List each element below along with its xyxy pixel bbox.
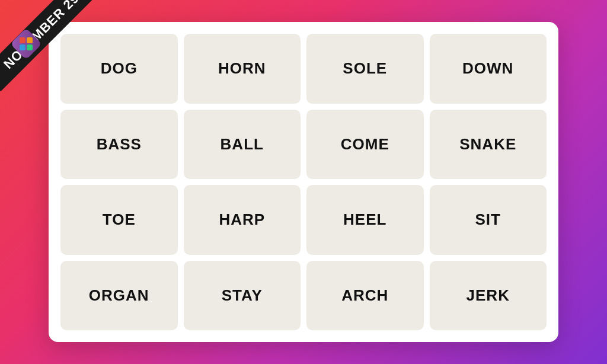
grid-row-4: ORGAN STAY ARCH JERK bbox=[60, 261, 547, 331]
tile-snake[interactable]: SNAKE bbox=[430, 110, 547, 180]
app-icon-cell-4 bbox=[27, 44, 33, 50]
tile-sit[interactable]: SIT bbox=[430, 185, 547, 255]
tile-down[interactable]: DOWN bbox=[430, 34, 547, 104]
tile-arch[interactable]: ARCH bbox=[306, 261, 424, 331]
app-icon-cell-2 bbox=[27, 37, 33, 43]
app-icon-grid bbox=[20, 37, 33, 50]
date-text: NOVEMBER 29 bbox=[1, 0, 82, 72]
tile-jerk-label: JERK bbox=[467, 286, 510, 305]
tile-sole[interactable]: SOLE bbox=[306, 34, 424, 104]
tile-bass-label: BASS bbox=[97, 135, 142, 154]
tile-organ-label: ORGAN bbox=[89, 286, 149, 305]
tile-bass[interactable]: BASS bbox=[60, 110, 178, 180]
grid-row-2: BASS BALL COME SNAKE bbox=[60, 110, 547, 180]
tile-sit-label: SIT bbox=[475, 210, 501, 229]
tile-arch-label: ARCH bbox=[341, 286, 388, 305]
tile-down-label: DOWN bbox=[462, 59, 513, 78]
tile-stay[interactable]: STAY bbox=[184, 261, 301, 331]
tile-heel-label: HEEL bbox=[343, 210, 386, 229]
tile-toe[interactable]: TOE bbox=[60, 185, 178, 255]
tile-harp-label: HARP bbox=[219, 210, 265, 229]
tile-horn-label: HORN bbox=[218, 59, 266, 78]
tile-sole-label: SOLE bbox=[343, 59, 387, 78]
tile-organ[interactable]: ORGAN bbox=[60, 261, 178, 331]
game-board: DOG HORN SOLE DOWN BASS BALL COME SNAKE … bbox=[49, 22, 558, 342]
tile-ball[interactable]: BALL bbox=[184, 110, 301, 180]
tile-snake-label: SNAKE bbox=[459, 135, 516, 154]
grid-row-3: TOE HARP HEEL SIT bbox=[60, 185, 547, 255]
tile-come-label: COME bbox=[341, 135, 389, 154]
grid-row-1: DOG HORN SOLE DOWN bbox=[60, 34, 547, 104]
app-icon-cell-3 bbox=[20, 44, 25, 50]
tile-toe-label: TOE bbox=[103, 210, 136, 229]
app-icon-cell-1 bbox=[20, 37, 25, 43]
tile-ball-label: BALL bbox=[221, 135, 264, 154]
tile-horn[interactable]: HORN bbox=[184, 34, 301, 104]
tile-stay-label: STAY bbox=[222, 286, 263, 305]
tile-harp[interactable]: HARP bbox=[184, 185, 301, 255]
tile-jerk[interactable]: JERK bbox=[430, 261, 547, 331]
tile-heel[interactable]: HEEL bbox=[306, 185, 424, 255]
tile-come[interactable]: COME bbox=[306, 110, 424, 180]
corner-banner: NOVEMBER 29 bbox=[0, 0, 119, 119]
